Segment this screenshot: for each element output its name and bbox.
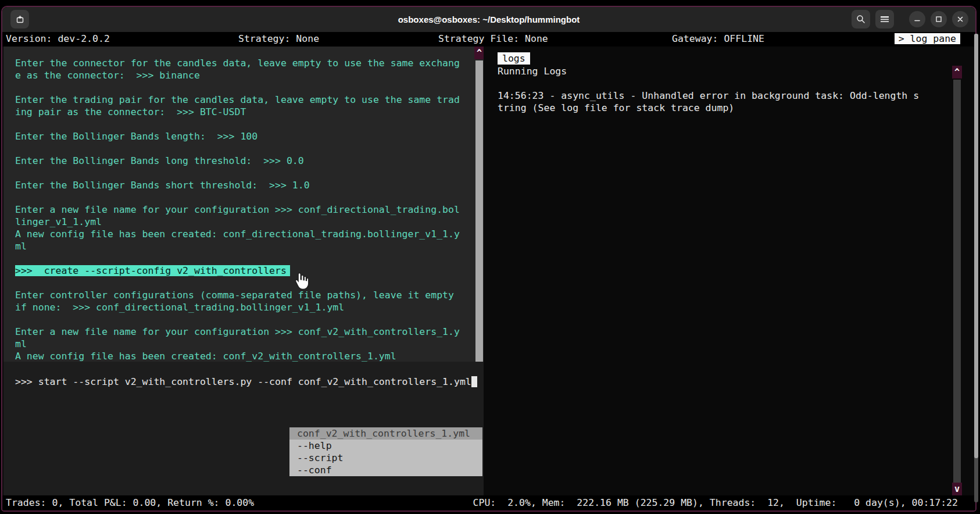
output-line: A new config file has been created: conf… (15, 350, 472, 362)
hamburger-menu-icon (880, 15, 889, 23)
maximize-icon (935, 16, 942, 23)
log-scrollbar-track[interactable] (953, 80, 961, 483)
scroll-up-arrow-icon[interactable]: ^ (474, 47, 484, 59)
gateway-label: Gateway: OFFLINE (672, 33, 764, 44)
log-pane-title: Running Logs (498, 65, 952, 77)
output-line: >>> create --script-config v2_with_contr… (15, 265, 472, 277)
logs-tab[interactable]: logs (498, 52, 530, 65)
command-input-line[interactable]: >>> start --script v2_with_controllers.p… (15, 376, 477, 388)
terminal-left-column: Enter the connector for the candles data… (3, 47, 484, 495)
output-line (15, 142, 472, 155)
log-pane: logs Running Logs 14:56:23 - async_utils… (484, 47, 975, 495)
titlebar[interactable]: osboxes@osboxes: ~/Desktop/hummingbot (2, 7, 975, 32)
output-line: Enter the Bollinger Bands length: >>> 10… (15, 130, 472, 142)
output-line (15, 313, 472, 326)
bottom-status-bar: Trades: 0, Total P&L: 0.00, Return %: 0.… (2, 495, 975, 511)
output-line: Enter a new file name for your configura… (15, 204, 472, 216)
log-scrollbar[interactable]: ^ v (952, 66, 962, 495)
log-line: tring (See log file for stack trace dump… (498, 102, 952, 114)
mouse-cursor-hand-icon (294, 272, 309, 292)
output-line: ml (15, 338, 472, 350)
maximize-button[interactable] (931, 11, 947, 27)
trades-status: Trades: 0, Total P&L: 0.00, Return %: 0.… (6, 497, 254, 508)
command-text: >>> start --script v2_with_controllers.p… (15, 376, 471, 387)
strategy-file-label: Strategy File: None (438, 33, 548, 44)
search-button[interactable] (852, 10, 870, 28)
output-line (15, 277, 472, 289)
output-scrollbar-thumb[interactable] (475, 60, 483, 386)
log-pane-toggle[interactable]: > log pane (895, 33, 960, 44)
close-button[interactable] (952, 11, 968, 27)
output-line: Enter controller configurations (comma-s… (15, 289, 472, 301)
window-title: osboxes@osboxes: ~/Desktop/hummingbot (2, 15, 975, 24)
output-line: ml (15, 240, 472, 252)
system-status: CPU: 2.0%, Mem: 222.16 MB (225.29 MB), T… (473, 497, 958, 508)
menu-button[interactable] (875, 10, 894, 28)
terminal-window: osboxes@osboxes: ~/Desktop/hummingbot (1, 6, 977, 512)
log-line: 14:56:23 - async_utils - Unhandled error… (498, 90, 952, 102)
new-tab-icon (15, 15, 25, 24)
log-scroll-up-arrow-icon[interactable]: ^ (952, 66, 962, 78)
output-line (15, 191, 472, 204)
autocomplete-dropdown: conf_v2_with_controllers_1.yml--help--sc… (289, 427, 482, 476)
top-status-bar: Version: dev-2.0.2 Strategy: None Strate… (2, 32, 975, 47)
output-line: if none: >>> conf_directional_trading.bo… (15, 301, 472, 313)
output-line: Enter the connector for the candles data… (15, 57, 472, 69)
output-pane: Enter the connector for the candles data… (3, 47, 484, 362)
autocomplete-item[interactable]: --script (289, 452, 482, 464)
output-line: Enter the trading pair for the candles d… (15, 94, 472, 106)
output-line (15, 252, 472, 265)
output-line: linger_v1_1.yml (15, 216, 472, 228)
output-line: e as the connector: >>> binance (15, 69, 472, 81)
minimize-button[interactable] (909, 11, 925, 27)
autocomplete-item[interactable]: --conf (289, 464, 482, 476)
window-scrollbar-thumb[interactable] (974, 34, 978, 458)
output-lines: Enter the connector for the candles data… (15, 57, 472, 362)
output-line: Enter the Bollinger Bands short threshol… (15, 179, 472, 191)
close-icon (957, 16, 964, 23)
output-line (15, 81, 472, 94)
strategy-label: Strategy: None (238, 33, 319, 44)
minimize-icon (914, 16, 921, 23)
output-line (15, 167, 472, 179)
log-scroll-down-arrow-icon[interactable]: v (952, 483, 962, 495)
output-line (15, 118, 472, 130)
main-area: Enter the connector for the candles data… (2, 47, 975, 495)
autocomplete-item[interactable]: --help (289, 440, 482, 452)
search-icon (856, 15, 865, 24)
version-label: Version: dev-2.0.2 (6, 33, 110, 44)
output-line: Enter a new file name for your configura… (15, 326, 472, 338)
output-scrollbar[interactable]: ^ v (474, 47, 484, 362)
text-cursor (471, 376, 477, 387)
screen: osboxes@osboxes: ~/Desktop/hummingbot (0, 0, 980, 514)
new-tab-button[interactable] (10, 10, 29, 28)
command-input-area[interactable]: >>> start --script v2_with_controllers.p… (3, 362, 484, 495)
output-line: ing pair as the connector: >>> BTC-USDT (15, 106, 472, 118)
log-blank-line (498, 77, 952, 90)
log-lines: 14:56:23 - async_utils - Unhandled error… (498, 90, 952, 114)
autocomplete-item[interactable]: conf_v2_with_controllers_1.yml (289, 427, 482, 440)
output-line: A new config file has been created: conf… (15, 228, 472, 240)
output-line: Enter the Bollinger Bands long threshold… (15, 155, 472, 167)
